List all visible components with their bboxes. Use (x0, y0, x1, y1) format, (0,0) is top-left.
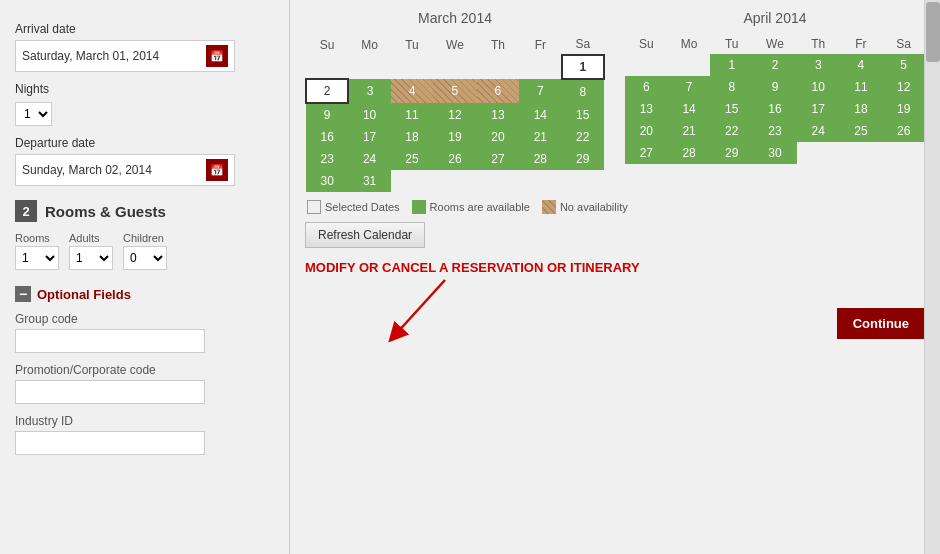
calendar-day[interactable]: 6 (477, 79, 519, 103)
calendar-day[interactable]: 24 (797, 120, 840, 142)
calendar-day[interactable]: 29 (562, 148, 604, 170)
calendar-day[interactable]: 1 (562, 55, 604, 79)
svg-line-0 (395, 280, 445, 335)
calendar-day[interactable]: 2 (753, 54, 797, 76)
calendar-day[interactable]: 19 (433, 126, 476, 148)
calendar-day (882, 142, 925, 164)
dow-header: Fr (840, 34, 883, 54)
calendar-day[interactable]: 20 (625, 120, 668, 142)
calendar-day[interactable]: 7 (668, 76, 711, 98)
continue-button[interactable]: Continue (837, 308, 925, 339)
calendar-day (668, 54, 711, 76)
calendar-day[interactable]: 3 (348, 79, 390, 103)
section-title: Rooms & Guests (45, 203, 166, 220)
calendar-day[interactable]: 28 (668, 142, 711, 164)
calendar-day[interactable]: 25 (840, 120, 883, 142)
calendar-day[interactable]: 25 (391, 148, 433, 170)
calendar-day[interactable]: 21 (519, 126, 561, 148)
calendar-day[interactable]: 9 (753, 76, 797, 98)
calendar-day[interactable]: 13 (625, 98, 668, 120)
march-days-of-week: SuMoTuWeThFrSa (306, 34, 604, 55)
calendar-day[interactable]: 11 (840, 76, 883, 98)
calendar-day[interactable]: 1 (710, 54, 753, 76)
calendar-day[interactable]: 16 (753, 98, 797, 120)
calendar-day[interactable]: 8 (710, 76, 753, 98)
legend-available-box (412, 200, 426, 214)
calendar-day[interactable]: 29 (710, 142, 753, 164)
modify-section: MODIFY OR CANCEL A RESERVATION OR ITINER… (305, 260, 925, 275)
march-calendar: March 2014 SuMoTuWeThFrSa 12345678910111… (305, 10, 605, 192)
calendar-day[interactable]: 3 (797, 54, 840, 76)
departure-calendar-icon[interactable]: 📅 (206, 159, 228, 181)
optional-toggle-button[interactable]: − (15, 286, 31, 302)
calendar-day[interactable]: 14 (668, 98, 711, 120)
calendar-day[interactable]: 15 (710, 98, 753, 120)
dow-header: Th (797, 34, 840, 54)
scrollbar[interactable] (924, 0, 940, 554)
calendar-day[interactable]: 10 (348, 103, 390, 126)
modify-link[interactable]: MODIFY OR CANCEL A RESERVATION OR ITINER… (305, 260, 925, 275)
calendar-day[interactable]: 4 (840, 54, 883, 76)
calendar-day[interactable]: 23 (753, 120, 797, 142)
calendar-day[interactable]: 15 (562, 103, 604, 126)
scrollbar-thumb[interactable] (926, 2, 940, 62)
calendar-day[interactable]: 8 (562, 79, 604, 103)
calendar-day[interactable]: 5 (433, 79, 476, 103)
calendar-day[interactable]: 11 (391, 103, 433, 126)
march-body: 1234567891011121314151617181920212223242… (306, 55, 604, 192)
calendar-day[interactable]: 30 (753, 142, 797, 164)
calendar-day[interactable]: 27 (477, 148, 519, 170)
calendar-day[interactable]: 22 (710, 120, 753, 142)
calendar-week-row: 13141516171819 (625, 98, 925, 120)
calendar-day[interactable]: 13 (477, 103, 519, 126)
calendar-day[interactable]: 20 (477, 126, 519, 148)
right-panel: March 2014 SuMoTuWeThFrSa 12345678910111… (290, 0, 940, 554)
calendar-day[interactable]: 12 (433, 103, 476, 126)
industry-input[interactable] (15, 431, 205, 455)
calendar-day[interactable]: 27 (625, 142, 668, 164)
calendar-day (562, 170, 604, 192)
calendar-day[interactable]: 26 (882, 120, 925, 142)
calendar-day[interactable]: 14 (519, 103, 561, 126)
calendar-day[interactable]: 6 (625, 76, 668, 98)
calendar-day[interactable]: 30 (306, 170, 348, 192)
calendar-day[interactable]: 2 (306, 79, 348, 103)
group-code-input[interactable] (15, 329, 205, 353)
calendar-day[interactable]: 16 (306, 126, 348, 148)
calendar-day[interactable]: 7 (519, 79, 561, 103)
calendar-day[interactable]: 21 (668, 120, 711, 142)
refresh-button[interactable]: Refresh Calendar (305, 222, 425, 248)
calendar-day[interactable]: 19 (882, 98, 925, 120)
section-number: 2 (15, 200, 37, 222)
promo-input[interactable] (15, 380, 205, 404)
calendar-week-row: 23242526272829 (306, 148, 604, 170)
calendar-day[interactable]: 17 (348, 126, 390, 148)
calendar-day[interactable]: 4 (391, 79, 433, 103)
children-select[interactable]: 012 (123, 246, 167, 270)
rooms-guests-row: Rooms 123 Adults 123 Children 012 (15, 232, 274, 270)
adults-select[interactable]: 123 (69, 246, 113, 270)
nights-select[interactable]: 1 2 3 4 5 (15, 102, 52, 126)
calendar-day[interactable]: 5 (882, 54, 925, 76)
rooms-select[interactable]: 123 (15, 246, 59, 270)
calendar-day[interactable]: 12 (882, 76, 925, 98)
calendar-day[interactable]: 24 (348, 148, 390, 170)
calendar-day[interactable]: 23 (306, 148, 348, 170)
arrival-date-field[interactable]: Saturday, March 01, 2014 📅 (15, 40, 235, 72)
calendar-day[interactable]: 22 (562, 126, 604, 148)
arrival-calendar-icon[interactable]: 📅 (206, 45, 228, 67)
calendar-day[interactable]: 28 (519, 148, 561, 170)
departure-date-field[interactable]: Sunday, March 02, 2014 📅 (15, 154, 235, 186)
calendars-row: March 2014 SuMoTuWeThFrSa 12345678910111… (305, 10, 925, 192)
calendar-day[interactable]: 26 (433, 148, 476, 170)
calendar-day[interactable]: 18 (391, 126, 433, 148)
calendar-day[interactable]: 9 (306, 103, 348, 126)
calendar-day[interactable]: 18 (840, 98, 883, 120)
rooms-guests-section-header: 2 Rooms & Guests (15, 200, 274, 222)
calendar-day[interactable]: 10 (797, 76, 840, 98)
calendar-day (625, 54, 668, 76)
calendar-day[interactable]: 31 (348, 170, 390, 192)
calendar-day (391, 55, 433, 79)
calendar-week-row: 9101112131415 (306, 103, 604, 126)
calendar-day[interactable]: 17 (797, 98, 840, 120)
